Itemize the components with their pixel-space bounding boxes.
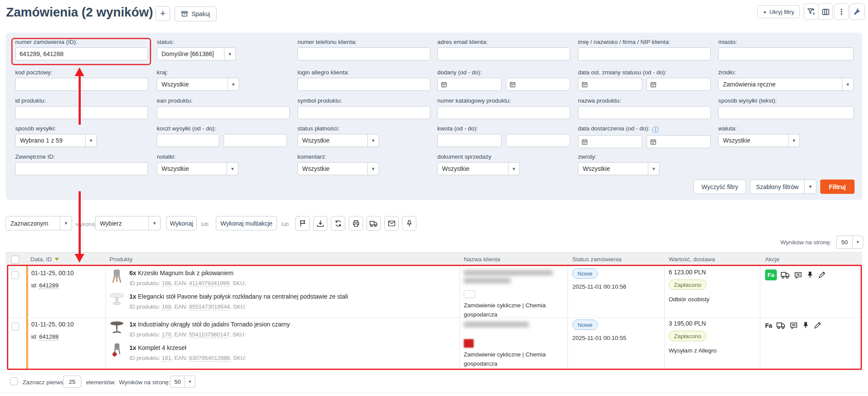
truck-icon[interactable] <box>776 321 785 330</box>
print-action-button[interactable] <box>349 216 363 231</box>
header-products[interactable]: Produkty <box>109 256 132 263</box>
product-id-link[interactable]: 170 <box>162 331 171 338</box>
header-status[interactable]: Status zamówienia <box>572 256 621 263</box>
filter-templates-button[interactable]: Szablony filtrów ▼ <box>750 180 816 194</box>
header-value[interactable]: Wartość, dostawa <box>669 256 715 263</box>
more-options-button[interactable] <box>834 3 849 20</box>
status-change-from-input[interactable] <box>578 78 642 91</box>
header-actions[interactable]: Akcje <box>765 256 779 263</box>
product-id-link[interactable]: 166 <box>162 280 171 287</box>
run-action-button[interactable]: Wykonaj <box>166 216 197 230</box>
settings-button[interactable] <box>850 3 865 20</box>
add-order-button[interactable]: + <box>155 6 170 21</box>
invoice-label[interactable]: Fa <box>765 322 772 329</box>
product-id-link[interactable]: 168 <box>162 303 171 310</box>
product-ean-link[interactable]: 6307954012888 <box>189 355 230 362</box>
product-name[interactable]: 1x Industrialny okrągły stół do jadalni … <box>129 321 290 328</box>
info-icon[interactable]: i <box>652 126 659 133</box>
comment-icon[interactable] <box>789 321 798 330</box>
shipping-action-button[interactable] <box>366 216 381 231</box>
payment-status-select[interactable]: Wszystkie ▼ <box>297 134 379 147</box>
postcode-input[interactable] <box>15 78 148 91</box>
comment-icon[interactable] <box>794 271 802 280</box>
multi-action-button[interactable]: Wykonaj multiakcje <box>216 216 277 230</box>
delivery-date-from-input[interactable] <box>578 135 642 148</box>
sync-action-button[interactable] <box>331 216 345 231</box>
shipping-text-input[interactable] <box>718 106 854 119</box>
product-id-input[interactable] <box>15 106 148 119</box>
product-id-link[interactable]: 181 <box>162 355 171 362</box>
allegro-login-input[interactable] <box>297 78 430 91</box>
product-thumbnail-round-table[interactable] <box>109 319 125 336</box>
header-date-id[interactable]: Data, ID <box>30 256 59 263</box>
status-change-to-input[interactable] <box>647 78 711 91</box>
email-input[interactable] <box>437 47 570 60</box>
currency-select[interactable]: Wszystkie ▼ <box>718 134 800 147</box>
product-name[interactable]: 6x Krzesło Magnum buk z pikowaniem <box>129 270 234 276</box>
phone-input[interactable] <box>297 47 430 60</box>
added-from-input[interactable] <box>437 78 502 91</box>
amount-to-input[interactable] <box>506 134 570 147</box>
product-ean-input[interactable] <box>157 106 290 119</box>
pack-button[interactable]: Spakuj <box>175 7 217 21</box>
export-action-button[interactable] <box>313 216 327 231</box>
shipping-cost-to-input[interactable] <box>224 134 287 147</box>
pin-action-button[interactable] <box>402 216 416 231</box>
product-ean-link[interactable]: 4114079341999 <box>189 280 229 287</box>
chevron-down-icon[interactable]: ▼ <box>804 180 816 193</box>
per-page-select-bottom[interactable]: 50 ▼ <box>170 376 195 388</box>
select-first-checkbox[interactable] <box>10 377 18 385</box>
columns-button[interactable] <box>818 3 833 20</box>
product-thumbnail-chair[interactable] <box>109 268 125 284</box>
order-id-link[interactable]: 641289 <box>39 282 59 289</box>
select-all-checkbox[interactable] <box>11 256 19 263</box>
returns-select[interactable]: Wszystkie ▼ <box>578 162 660 175</box>
product-ean-link[interactable]: 8551473019544 <box>189 303 230 310</box>
row-checkbox[interactable] <box>11 323 19 330</box>
comment-select[interactable]: Wszystkie ▼ <box>297 162 379 175</box>
selection-target-select[interactable]: Zaznaczonym ▼ <box>6 216 72 230</box>
apply-filter-button[interactable]: Filtruj <box>820 180 855 194</box>
order-id-input[interactable] <box>15 47 148 60</box>
clear-filters-button[interactable]: Wyczyść filtry <box>693 180 746 194</box>
delivery-date-to-input[interactable] <box>647 135 711 148</box>
edit-icon[interactable] <box>813 321 822 329</box>
product-ean-link[interactable]: 5541107980147 <box>189 331 229 338</box>
shipping-select[interactable]: Wybrano 1 z 59 ▼ <box>15 134 97 147</box>
product-name-input[interactable] <box>578 106 711 119</box>
pin-icon[interactable] <box>802 322 809 329</box>
delivery-date-label: data dostarczenia (od - do):i <box>578 125 711 133</box>
product-thumbnail-table[interactable] <box>109 290 125 307</box>
shipping-cost-from-input[interactable] <box>157 134 219 147</box>
notes-select[interactable]: Wszystkie ▼ <box>157 162 238 175</box>
product-thumbnail-chairs-set[interactable] <box>109 342 125 358</box>
product-symbol-input[interactable] <box>297 106 430 119</box>
pin-icon[interactable] <box>806 271 814 279</box>
amount-from-input[interactable] <box>437 134 502 147</box>
status-select[interactable]: Domyślne [661386] ▼ <box>157 47 236 60</box>
hide-filters-button[interactable]: ▲ Ukryj filtry <box>757 5 800 18</box>
sales-document-select[interactable]: Wszystkie ▼ <box>437 162 520 175</box>
source-select[interactable]: Zamówienia ręczne ▼ <box>718 78 854 91</box>
client-name-input[interactable] <box>578 47 711 60</box>
invoice-badge[interactable]: Fa <box>765 270 777 280</box>
action-select[interactable]: Wybierz ▼ <box>95 216 161 230</box>
chevron-down-icon: ▼ <box>227 163 238 175</box>
filter-sort-button[interactable] <box>804 3 818 20</box>
external-id-input[interactable] <box>15 162 148 175</box>
order-id-link[interactable]: 641288 <box>39 333 59 340</box>
product-catalog-input[interactable] <box>437 106 570 119</box>
per-page-select-top[interactable]: 50 ▼ <box>836 236 863 249</box>
product-name[interactable]: 1x Elegancki stół Pavone biały połysk ro… <box>129 293 348 300</box>
email-action-button[interactable] <box>384 216 399 231</box>
added-to-input[interactable] <box>506 78 570 91</box>
flag-action-button[interactable] <box>295 216 310 231</box>
truck-icon[interactable] <box>781 270 790 280</box>
select-first-input[interactable] <box>63 376 81 388</box>
city-input[interactable] <box>718 47 854 60</box>
country-select[interactable]: Wszystkie ▼ <box>157 78 239 91</box>
header-client[interactable]: Nazwa klienta <box>464 256 500 263</box>
row-checkbox[interactable] <box>11 271 19 279</box>
product-name[interactable]: 1x Komplet 4 krzeseł <box>129 344 186 351</box>
edit-icon[interactable] <box>818 271 826 279</box>
